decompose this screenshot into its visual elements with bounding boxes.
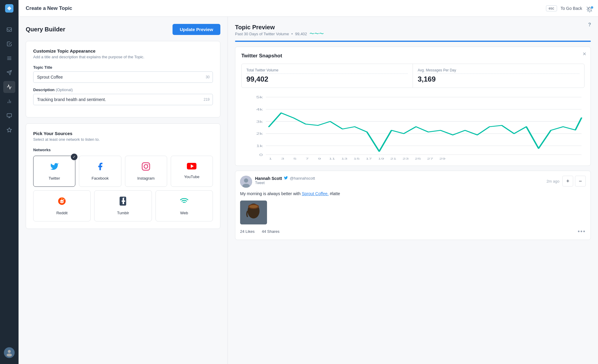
desc-label: Description (Optional) <box>33 88 213 92</box>
avg-messages-stat: Avg. Messages Per Day 3,169 <box>413 64 584 88</box>
topic-title-input[interactable] <box>33 72 206 82</box>
analytics-icon[interactable] <box>3 95 15 107</box>
volume-wave-icon: 〜〜〜 <box>309 31 324 37</box>
network-tumblr[interactable]: Tumblr <box>94 190 152 221</box>
sources-title: Pick Your Sources <box>33 131 213 136</box>
tweet-dislike-button[interactable]: − <box>575 176 586 186</box>
instagram-icon <box>141 162 150 173</box>
desc-input-wrapper: 219 <box>33 94 213 105</box>
youtube-label: YouTube <box>184 175 199 179</box>
sources-desc: Select at least one network to listen to… <box>33 137 213 142</box>
notification-icon[interactable] <box>584 4 596 16</box>
main-content: Create a New Topic esc To Go Back ✕ Quer… <box>19 0 598 364</box>
networks-row1: ✓ Twitter Facebook <box>33 156 213 187</box>
svg-text:21: 21 <box>390 157 396 160</box>
network-reddit[interactable]: Reddit <box>33 190 91 221</box>
header-back-label: To Go Back <box>561 6 582 11</box>
feeds-icon[interactable] <box>3 52 15 64</box>
tweet-sprout-link[interactable]: Sprout Coffee. <box>302 191 329 196</box>
tweet-header: Hannah Scott @hannahscott Tweet 2m ago <box>240 176 586 188</box>
help-icon[interactable]: ? <box>584 19 596 31</box>
tweet-card: Hannah Scott @hannahscott Tweet 2m ago <box>235 171 591 240</box>
web-label: Web <box>180 211 188 215</box>
avg-messages-value: 3,169 <box>418 75 579 83</box>
tweet-like-button[interactable]: + <box>562 176 573 186</box>
right-panel: Topic Preview Past 30 Days of Twitter Vo… <box>228 17 598 364</box>
total-volume-value: 99,402 <box>246 75 408 83</box>
svg-text:2k: 2k <box>256 132 263 135</box>
topic-title-label: Topic Title <box>33 65 213 70</box>
svg-point-24 <box>62 201 63 202</box>
user-avatar[interactable] <box>4 347 15 358</box>
snapshot-close-button[interactable]: ✕ <box>582 51 586 57</box>
topic-preview-header: Topic Preview Past 30 Days of Twitter Vo… <box>235 24 591 37</box>
tweet-user-info: Hannah Scott @hannahscott Tweet <box>255 176 547 185</box>
twitter-bird-icon <box>284 176 288 181</box>
app-logo <box>4 3 15 14</box>
snapshot-stats: Total Twitter Volume 99,402 Avg. Message… <box>241 64 585 88</box>
body-panels: Query Builder Update Preview Customize T… <box>19 17 598 364</box>
svg-text:1: 1 <box>269 157 272 160</box>
page-title: Create a New Topic <box>26 5 546 11</box>
tweet-user-handle: @hannahscott <box>290 176 315 181</box>
svg-text:3k: 3k <box>256 120 263 123</box>
tweet-type: Tweet <box>255 181 547 185</box>
network-instagram[interactable]: Instagram <box>125 156 167 187</box>
network-youtube[interactable]: YouTube <box>171 156 213 187</box>
network-web[interactable]: Web <box>155 190 213 221</box>
tweet-body: My morning is always better with Sprout … <box>240 191 586 197</box>
desc-char-count: 219 <box>204 97 213 102</box>
campaigns-icon[interactable] <box>3 110 15 122</box>
tweet-actions: + − <box>562 176 586 186</box>
volume-chart: 5k 4k 3k 2k 1k 0 1 Dec 3 5 7 9 11 <box>241 94 585 160</box>
left-panel: Query Builder Update Preview Customize T… <box>19 17 228 364</box>
sidebar: ? <box>0 0 19 364</box>
tasks-icon[interactable] <box>3 38 15 50</box>
svg-rect-16 <box>142 163 150 170</box>
desc-input[interactable] <box>33 94 204 105</box>
svg-text:1k: 1k <box>256 144 263 148</box>
networks-label: Networks <box>33 148 213 152</box>
svg-point-61 <box>244 178 248 183</box>
query-builder-header: Query Builder Update Preview <box>26 24 220 35</box>
network-facebook[interactable]: Facebook <box>79 156 121 187</box>
networks-row2: Reddit Tumblr Web <box>33 190 213 221</box>
reviews-icon[interactable] <box>3 124 15 136</box>
tweet-more-button[interactable]: ••• <box>578 228 586 235</box>
progress-bar-container <box>235 41 591 42</box>
inbox-icon[interactable] <box>3 24 15 36</box>
tweet-footer: 24 Likes 44 Shares ••• <box>240 228 586 235</box>
svg-text:5: 5 <box>293 157 296 160</box>
svg-point-29 <box>61 198 62 199</box>
topic-title-input-wrapper: 30 <box>33 71 213 83</box>
listening-icon[interactable] <box>3 81 15 93</box>
svg-text:17: 17 <box>366 157 372 160</box>
web-icon <box>180 197 189 208</box>
network-twitter[interactable]: ✓ Twitter <box>33 156 75 187</box>
facebook-label: Facebook <box>91 176 109 181</box>
tweet-time: 2m ago <box>547 179 559 183</box>
publish-icon[interactable] <box>3 67 15 79</box>
customize-desc: Add a title and description that explain… <box>33 55 213 59</box>
svg-text:7: 7 <box>306 157 309 160</box>
svg-text:4k: 4k <box>256 108 263 111</box>
facebook-icon <box>96 162 105 173</box>
total-volume-stat: Total Twitter Volume 99,402 <box>242 64 413 88</box>
svg-text:9: 9 <box>318 157 321 160</box>
twitter-check: ✓ <box>71 154 77 160</box>
svg-marker-13 <box>7 128 12 132</box>
twitter-label: Twitter <box>48 176 60 181</box>
svg-text:13: 13 <box>341 157 347 160</box>
page-header: Create a New Topic esc To Go Back ✕ <box>19 0 598 17</box>
update-preview-button[interactable]: Update Preview <box>173 24 220 35</box>
query-builder-title: Query Builder <box>26 26 65 33</box>
customize-section: Customize Topic Appearance Add a title a… <box>26 41 220 117</box>
esc-badge: esc <box>546 5 557 11</box>
tweet-avatar <box>240 176 252 188</box>
topic-preview-title: Topic Preview <box>235 24 591 31</box>
svg-point-23 <box>61 201 62 202</box>
svg-text:25: 25 <box>415 157 421 160</box>
snapshot-card: Twitter Snapshot ✕ Total Twitter Volume … <box>235 47 591 166</box>
svg-text:5k: 5k <box>256 95 263 99</box>
instagram-label: Instagram <box>137 176 155 181</box>
